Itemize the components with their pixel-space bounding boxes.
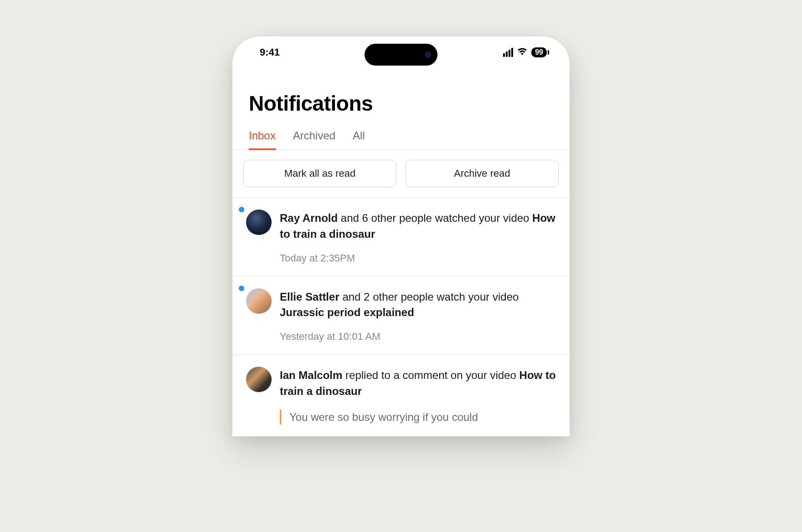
tab-all[interactable]: All [353,125,365,150]
actor-name: Ray Arnold [280,212,338,224]
status-time: 9:41 [260,46,280,58]
wifi-icon [517,47,528,58]
archive-read-button[interactable]: Archive read [406,160,559,187]
avatar [246,367,272,392]
content-area: Notifications Inbox Archived All Mark al… [232,68,570,436]
unread-dot-icon [239,207,244,212]
dynamic-island [365,44,437,66]
notification-subject: Jurassic period explained [280,306,414,318]
tab-inbox[interactable]: Inbox [249,125,276,150]
status-icons: 99 [502,47,547,58]
notification-item[interactable]: Ian Malcolm replied to a comment on your… [232,355,570,436]
tabs: Inbox Archived All [232,125,570,150]
camera-dot-icon [425,51,431,58]
notification-time: Today at 2:35PM [280,252,559,264]
actor-name: Ian Malcolm [280,369,342,381]
notification-item[interactable]: Ellie Sattler and 2 other people watch y… [232,276,570,355]
avatar [246,210,272,235]
battery-level: 99 [535,48,543,56]
comment-quote: You were so busy worrying if you could [280,409,559,425]
mark-all-read-button[interactable]: Mark all as read [243,160,396,187]
cellular-signal-icon [502,48,513,57]
notification-text: Ian Malcolm replied to a comment on your… [280,368,559,399]
phone-frame: 9:41 99 Notifications Inbo [232,36,570,436]
notification-body: Ellie Sattler and 2 other people watch y… [280,288,559,343]
notification-list: Ray Arnold and 6 other people watched yo… [232,197,570,436]
unread-dot-icon [239,286,244,291]
notification-body: Ian Malcolm replied to a comment on your… [280,367,559,425]
tab-archived[interactable]: Archived [293,125,335,150]
avatar [246,288,272,314]
battery-icon: 99 [531,47,547,57]
notification-text: Ray Arnold and 6 other people watched yo… [280,210,559,242]
notification-middle: and 6 other people watched your video [338,212,532,224]
page-title: Notifications [232,68,570,125]
status-bar: 9:41 99 [232,36,570,68]
notification-body: Ray Arnold and 6 other people watched yo… [280,210,559,264]
notification-time: Yesterday at 10:01 AM [280,331,559,343]
notification-item[interactable]: Ray Arnold and 6 other people watched yo… [232,198,570,276]
notification-text: Ellie Sattler and 2 other people watch y… [280,289,559,321]
actor-name: Ellie Sattler [280,291,339,303]
notification-middle: and 2 other people watch your video [339,291,519,303]
notification-middle: replied to a comment on your video [342,369,519,381]
actions-row: Mark all as read Archive read [232,150,570,197]
